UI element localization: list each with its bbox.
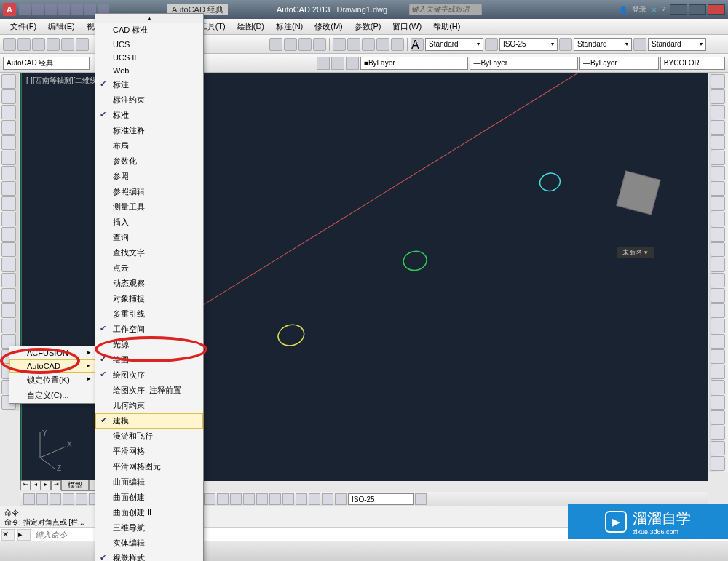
save-icon[interactable] [32, 38, 45, 51]
text-style-combo[interactable]: Standard [425, 38, 483, 51]
draw-tool-15[interactable] [1, 303, 16, 318]
draw-tool-11[interactable] [1, 242, 16, 257]
modify-tool-10[interactable] [711, 227, 725, 242]
toolbar-menu-item-31[interactable]: 曲面创建 [95, 490, 203, 505]
toolbar-menu-item-5[interactable]: 标注约束 [95, 92, 203, 108]
new-icon[interactable] [3, 38, 16, 51]
toolbar-menu-item-2[interactable]: UCS II [95, 51, 203, 64]
menu-item-8[interactable]: 修改(M) [309, 21, 349, 32]
modify-tool-15[interactable] [711, 303, 725, 318]
command-arrow-icon[interactable]: ▸ [17, 529, 31, 541]
modify-tool-16[interactable] [711, 319, 725, 333]
toolbar-menu-item-12[interactable]: 测量工具 [95, 199, 203, 215]
modify-tool-14[interactable] [711, 288, 725, 303]
draw-tool-4[interactable] [1, 135, 16, 150]
toolbar-menu-item-0[interactable]: CAD 标准 [95, 23, 203, 38]
dim-aligned-icon[interactable] [36, 493, 48, 505]
context-item-1[interactable]: AutoCAD▸ [9, 359, 95, 373]
draw-tool-3[interactable] [1, 120, 16, 135]
modify-tool-11[interactable] [711, 242, 725, 257]
modify-tool-8[interactable] [711, 196, 725, 211]
help-search[interactable]: 键入关键字或短语 [409, 4, 482, 15]
menu-item-10[interactable]: 窗口(W) [387, 21, 427, 32]
context-item-2[interactable]: 锁定位置(K)▸ [9, 373, 95, 388]
open-icon[interactable] [17, 38, 31, 51]
modify-tool-24[interactable] [711, 441, 725, 455]
dim-base-icon[interactable] [217, 493, 229, 505]
tab-next-icon[interactable]: ▸ [41, 480, 51, 490]
tab-last-icon[interactable]: ⇥ [51, 480, 61, 490]
toolbar-menu-item-30[interactable]: 曲面编辑 [95, 474, 203, 490]
layer-color-combo[interactable]: ■ ByLayer [360, 57, 469, 70]
table-style-combo[interactable]: Standard [574, 38, 632, 51]
zoom-prev-icon[interactable] [313, 38, 326, 51]
toolbar-menu-item-24[interactable]: 绘图次序, 注释前置 [95, 383, 203, 398]
maximize-button[interactable] [689, 4, 706, 15]
modify-tool-12[interactable] [711, 258, 725, 272]
toolbar-menu-item-4[interactable]: 标注✔ [95, 77, 203, 92]
draw-tool-9[interactable] [1, 212, 16, 226]
publish-icon[interactable] [76, 38, 89, 51]
qat-saveas-icon[interactable] [58, 4, 70, 15]
menu-item-9[interactable]: 参数(P) [349, 21, 387, 32]
draw-tool-1[interactable] [1, 89, 16, 104]
draw-tool-10[interactable] [1, 227, 16, 242]
tab-first-icon[interactable]: ⇤ [20, 480, 31, 490]
lineweight-combo[interactable]: — ByLayer [579, 57, 659, 70]
modify-tool-2[interactable] [711, 105, 725, 119]
dim-style-combo-2[interactable]: ISO-25 [348, 493, 414, 505]
modify-tool-25[interactable] [711, 456, 725, 471]
plotcolor-combo[interactable]: BYCOLOR [660, 57, 725, 70]
toolbar-menu-item-9[interactable]: 参数化 [95, 154, 203, 169]
draw-tool-12[interactable] [1, 258, 16, 272]
qat-new-icon[interactable] [19, 4, 31, 15]
viewcube-cube[interactable] [616, 170, 660, 215]
mlstyle-icon[interactable] [633, 38, 646, 51]
dim-quick-icon[interactable] [204, 493, 215, 505]
help2-icon[interactable] [391, 38, 404, 51]
tab-model[interactable]: 模型 [61, 480, 89, 491]
preview-icon[interactable] [61, 38, 74, 51]
draw-tool-5[interactable] [1, 151, 16, 165]
draw-tool-14[interactable] [1, 288, 16, 303]
menu-scroll-up[interactable]: ▲ [95, 14, 203, 23]
dim-break-icon[interactable] [256, 493, 268, 505]
dim-linear-icon[interactable] [23, 493, 35, 505]
draw-tool-0[interactable] [1, 74, 16, 89]
modify-tool-9[interactable] [711, 212, 725, 226]
tool-palette-icon[interactable] [362, 38, 375, 51]
tab-prev-icon[interactable]: ◂ [31, 480, 41, 490]
textstyle-icon[interactable]: A [411, 38, 424, 51]
toolbar-menu-item-33[interactable]: 三维导航 [95, 520, 203, 536]
qat-save-icon[interactable] [45, 4, 57, 15]
dim-update-icon[interactable] [415, 493, 427, 505]
modify-tool-22[interactable] [711, 410, 725, 425]
print-icon[interactable] [47, 38, 60, 51]
toolbar-menu-item-18[interactable]: 对象捕捉 [95, 291, 203, 306]
toolbar-menu-item-27[interactable]: 漫游和飞行 [95, 429, 203, 444]
command-icon[interactable]: ✕ [1, 529, 15, 541]
modify-tool-7[interactable] [711, 181, 725, 196]
toolbar-menu-item-1[interactable]: UCS [95, 38, 203, 51]
modify-tool-13[interactable] [711, 273, 725, 287]
dim-arc-icon[interactable] [50, 493, 61, 505]
layer-icon[interactable] [317, 57, 330, 70]
minimize-button[interactable] [670, 4, 687, 15]
linetype-combo[interactable]: — ByLayer [470, 57, 578, 70]
toolbar-menu-item-20[interactable]: 工作空间✔ [95, 322, 203, 337]
help-icon[interactable]: ? [661, 6, 665, 14]
viewport-label[interactable]: [-][西南等轴测][二维线... [26, 76, 103, 86]
toolbar-menu-item-22[interactable]: 绘图✔ [95, 352, 203, 367]
dim-center-icon[interactable] [282, 493, 294, 505]
draw-tool-8[interactable] [1, 196, 16, 211]
dim-tol-icon[interactable] [269, 493, 281, 505]
modify-tool-20[interactable] [711, 380, 725, 394]
layer-prev-icon[interactable] [331, 57, 344, 70]
menu-item-1[interactable]: 编辑(E) [42, 21, 81, 32]
app-logo[interactable]: A [3, 3, 16, 16]
modify-tool-3[interactable] [711, 120, 725, 135]
context-item-0[interactable]: ACFUSION▸ [9, 346, 95, 359]
viewcube-label[interactable]: 未命名 ▾ [617, 247, 654, 258]
dim-insp-icon[interactable] [296, 493, 307, 505]
toolbar-menu-item-19[interactable]: 多重引线 [95, 306, 203, 322]
